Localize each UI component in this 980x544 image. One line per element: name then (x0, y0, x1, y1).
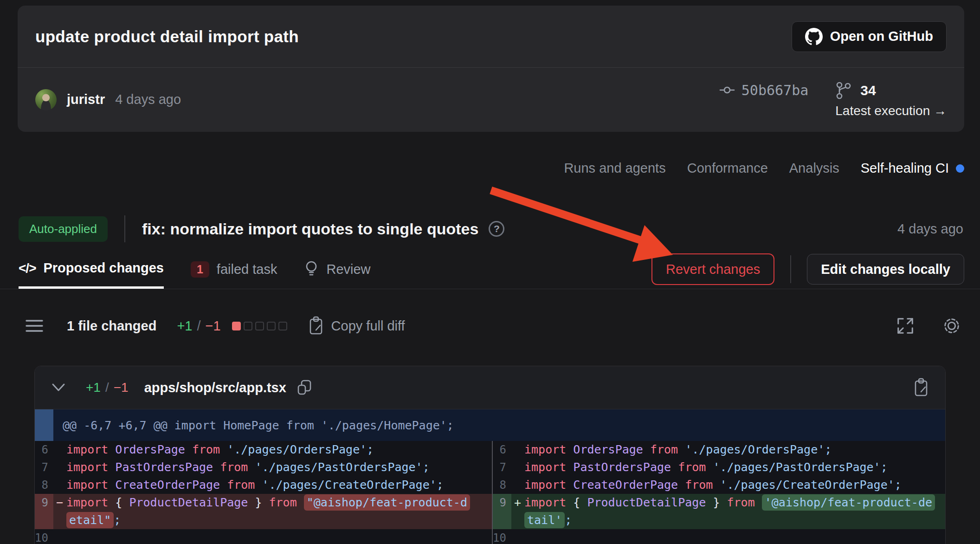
page-title: update product detail import path (35, 27, 299, 46)
line-number: 7 (493, 459, 511, 476)
screen: update product detail import path Open o… (0, 0, 980, 544)
open-on-github-label: Open on GitHub (830, 29, 933, 44)
clipboard-icon (308, 316, 324, 336)
nav-conformance[interactable]: Conformance (687, 161, 768, 176)
file-deletions: −1 (114, 380, 129, 395)
code-line: import OrdersPage from './pages/OrdersPa… (56, 441, 492, 459)
fix-header-row: Auto-applied fix: normalize import quote… (19, 213, 963, 245)
copy-path-icon[interactable] (297, 379, 312, 396)
code-line: etail"; (56, 512, 492, 529)
diff-row: 9+import { ProductDetailPage } from '@ai… (493, 494, 945, 529)
commit-hash-group[interactable]: 50b667ba (719, 82, 809, 98)
chevron-down-icon[interactable] (51, 382, 66, 393)
diff-row: 10 (493, 529, 945, 544)
code-line: +import { ProductDetailPage } from '@ais… (514, 494, 945, 512)
commit-time: 4 days ago (115, 92, 181, 107)
run-count: 34 (860, 83, 876, 98)
diff-row: 6 import OrdersPage from './pages/Orders… (493, 441, 945, 459)
line-number: 6 (493, 441, 511, 459)
diff-row: 6 import OrdersPage from './pages/Orders… (35, 441, 492, 459)
avatar (35, 89, 57, 110)
divider (790, 255, 791, 283)
line-number: 10 (35, 529, 53, 544)
tab-review[interactable]: Review (304, 250, 370, 289)
copy-full-diff-button[interactable]: Copy full diff (308, 316, 405, 336)
author-name: juristr (67, 92, 105, 107)
latest-execution-link[interactable]: Latest execution → (835, 104, 947, 118)
nav-analysis[interactable]: Analysis (789, 161, 839, 176)
tab-failed-task[interactable]: 1 failed task (191, 250, 277, 289)
code-line: import PastOrdersPage from './pages/Past… (56, 459, 492, 476)
code-line: −import { ProductDetailPage } from "@ais… (56, 494, 492, 512)
hunk-header-text: @@ -6,7 +6,7 @@ import HomePage from './… (53, 409, 454, 441)
help-icon[interactable]: ? (489, 221, 504, 237)
nav-self-healing-ci[interactable]: Self-healing CI (861, 161, 964, 176)
code-icon: </> (19, 261, 36, 276)
github-icon (805, 28, 823, 45)
copy-file-diff-icon[interactable] (913, 378, 929, 397)
revert-changes-button[interactable]: Revert changes (651, 253, 774, 285)
code-line: import OrdersPage from './pages/OrdersPa… (514, 441, 945, 459)
menu-icon[interactable] (25, 319, 44, 333)
code-line (514, 529, 945, 544)
commit-hash: 50b667ba (741, 82, 809, 98)
edit-changes-locally-button[interactable]: Edit changes locally (807, 254, 964, 285)
line-number: 9 (493, 494, 511, 529)
hunk-gutter (35, 409, 53, 441)
open-on-github-button[interactable]: Open on GitHub (792, 21, 947, 52)
tabs-border (0, 289, 980, 289)
line-number: 7 (35, 459, 53, 476)
code-line: import PastOrdersPage from './pages/Past… (514, 459, 945, 476)
additions-count: +1 (177, 318, 192, 334)
diff-file-header: +1 / −1 apps/shop/src/app.tsx (35, 366, 945, 409)
auto-applied-badge: Auto-applied (19, 216, 108, 242)
diff-progress-square (244, 322, 252, 330)
diff-row: 8 import CreateOrderPage from './pages/C… (493, 476, 945, 494)
code-line: tail'; (514, 512, 945, 529)
nav-runs-and-agents[interactable]: Runs and agents (564, 161, 665, 176)
files-changed-label: 1 file changed (67, 318, 156, 334)
diff-col-left: 6 import OrdersPage from './pages/Orders… (35, 441, 492, 544)
actions-group: Revert changes Edit changes locally (651, 253, 964, 285)
diff-progress-square (267, 322, 276, 330)
commit-card: update product detail import path Open o… (18, 6, 964, 132)
diff-row: 7 import PastOrdersPage from './pages/Pa… (493, 459, 945, 476)
file-path: apps/shop/src/app.tsx (144, 380, 286, 395)
tabs-section: </> Proposed changes 1 failed task Revie… (0, 250, 980, 289)
lightbulb-icon (304, 260, 319, 278)
fix-title: fix: normalize import quotes to single q… (142, 220, 478, 238)
failed-count-badge: 1 (191, 261, 209, 278)
expand-icon[interactable] (896, 316, 915, 336)
tab-proposed-changes[interactable]: </> Proposed changes (19, 250, 164, 289)
hunk-header-row: @@ -6,7 +6,7 @@ import HomePage from './… (35, 409, 945, 441)
fix-time: 4 days ago (897, 221, 963, 237)
settings-gear-icon[interactable] (942, 316, 961, 336)
commit-meta-row: juristr 4 days ago 50b667ba 34 (18, 68, 964, 131)
line-number: 8 (35, 476, 53, 494)
divider (124, 215, 125, 242)
code-line: import CreateOrderPage from './pages/Cre… (514, 476, 945, 494)
diff-progress-squares (232, 322, 287, 330)
diff-col-right: 6 import OrdersPage from './pages/Orders… (492, 441, 945, 544)
git-commit-icon (719, 84, 735, 97)
diff-toolbar: 1 file changed +1 / −1 Copy full diff (25, 314, 961, 338)
diff-progress-square (278, 322, 287, 330)
top-nav: Runs and agents Conformance Analysis Sel… (18, 161, 964, 176)
line-number: 8 (493, 476, 511, 494)
line-number: 9 (35, 494, 53, 529)
diff-card: +1 / −1 apps/shop/src/app.tsx @@ -6,7 +6… (34, 366, 946, 544)
diff-columns: 6 import OrdersPage from './pages/Orders… (35, 441, 945, 544)
line-number: 6 (35, 441, 53, 459)
diff-row: 7 import PastOrdersPage from './pages/Pa… (35, 459, 492, 476)
deletions-count: −1 (206, 318, 221, 334)
code-line: import CreateOrderPage from './pages/Cre… (56, 476, 492, 494)
diff-row: 9−import { ProductDetailPage } from "@ai… (35, 494, 492, 529)
commit-card-title-row: update product detail import path Open o… (18, 6, 964, 68)
execution-block: 34 Latest execution → (835, 81, 947, 118)
git-branch-icon (835, 81, 852, 100)
diff-row: 10 (35, 529, 492, 544)
code-line (56, 529, 492, 544)
diff-row: 8 import CreateOrderPage from './pages/C… (35, 476, 492, 494)
file-additions: +1 (86, 380, 101, 395)
line-number: 10 (493, 529, 511, 544)
